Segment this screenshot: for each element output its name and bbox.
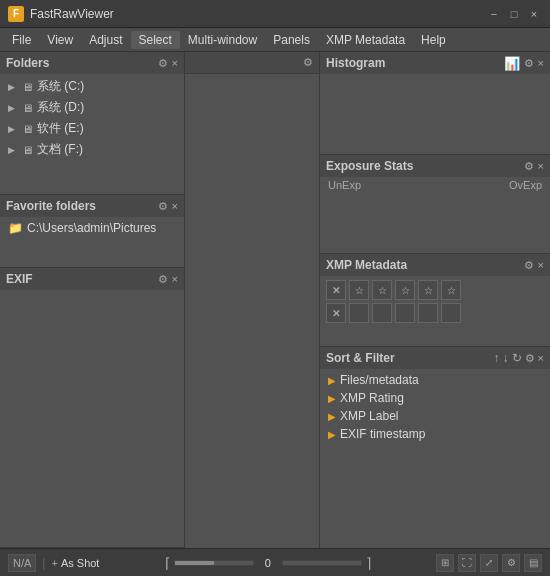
folders-header-icons (158, 57, 178, 70)
fav-close-icon[interactable] (172, 200, 178, 212)
app-title: FastRawViewer (30, 7, 114, 21)
status-asshot: + As Shot (51, 557, 99, 569)
histogram-close-icon[interactable] (538, 57, 544, 69)
status-number: 0 (258, 557, 278, 569)
folder-name-c: 系统 (C:) (37, 78, 84, 95)
sort-item-label[interactable]: ▶ XMP Label (320, 407, 550, 425)
sort-asc-icon[interactable]: ↑ (494, 351, 500, 365)
sort-item-files[interactable]: ▶ Files/metadata (320, 371, 550, 389)
xmp-cell-star1[interactable]: ☆ (349, 280, 369, 300)
fav-folder-icon: 📁 (8, 221, 23, 235)
maximize-button[interactable]: □ (506, 6, 522, 22)
folder-icon-d: 🖥 (22, 102, 33, 114)
fav-gear-icon[interactable] (158, 200, 168, 213)
xmp-row-2: ✕ (326, 303, 544, 323)
xmp-title: XMP Metadata (326, 258, 407, 272)
minimize-button[interactable]: − (486, 6, 502, 22)
close-button[interactable]: × (526, 6, 542, 22)
histogram-header: Histogram 📊 (320, 52, 550, 74)
exposure-title: Exposure Stats (326, 159, 413, 173)
folder-item-d[interactable]: 🖥 系统 (D:) (0, 97, 184, 118)
exif-gear-icon[interactable] (158, 273, 168, 286)
status-grid-btn[interactable]: ⊞ (436, 554, 454, 572)
xmp-cell-star4[interactable]: ☆ (418, 280, 438, 300)
main-layout: Folders 🖥 系统 (C:) 🖥 系统 (D:) (0, 52, 550, 548)
xmp-close-icon[interactable] (538, 259, 544, 271)
exposure-close-icon[interactable] (538, 160, 544, 172)
xmp-cell-x2[interactable]: ✕ (326, 303, 346, 323)
xmp-cell-b4[interactable] (418, 303, 438, 323)
folder-icon-f: 🖥 (22, 144, 33, 156)
right-panel: Histogram 📊 Exposure Stats UnExp O (320, 52, 550, 548)
menu-bar: File View Adjust Select Multi-window Pan… (0, 28, 550, 52)
folder-name-f: 文档 (F:) (37, 141, 83, 158)
histogram-gear-icon[interactable] (524, 57, 534, 70)
menu-view[interactable]: View (39, 31, 81, 49)
status-bar: N/A | + As Shot ⌈ 0 ⌉ ⊞ ⛶ ⤢ ⚙ ▤ (0, 548, 550, 576)
exposure-header-icons (524, 160, 544, 173)
folder-arrow-c (8, 82, 18, 92)
status-fit-btn[interactable]: ⛶ (458, 554, 476, 572)
left-panel: Folders 🖥 系统 (C:) 🖥 系统 (D:) (0, 52, 185, 548)
sort-refresh-icon[interactable]: ↻ (512, 351, 522, 365)
xmp-cell-x1[interactable]: ✕ (326, 280, 346, 300)
histogram-chart-icon[interactable]: 📊 (504, 56, 520, 71)
menu-xmp[interactable]: XMP Metadata (318, 31, 413, 49)
exposure-gear-icon[interactable] (524, 160, 534, 173)
sort-item-exif[interactable]: ▶ EXIF timestamp (320, 425, 550, 443)
favorite-folders-title: Favorite folders (6, 199, 96, 213)
status-asshot-label: As Shot (61, 557, 100, 569)
status-bracket-right[interactable]: ⌉ (366, 555, 371, 571)
sort-filter-content: ▶ Files/metadata ▶ XMP Rating ▶ XMP Labe… (320, 369, 550, 445)
xmp-cell-b5[interactable] (441, 303, 461, 323)
folder-icon-c: 🖥 (22, 81, 33, 93)
menu-help[interactable]: Help (413, 31, 454, 49)
xmp-cell-star5[interactable]: ☆ (441, 280, 461, 300)
status-middle: ⌈ 0 ⌉ (107, 555, 428, 571)
xmp-cell-star2[interactable]: ☆ (372, 280, 392, 300)
menu-select[interactable]: Select (131, 31, 180, 49)
exposure-content (320, 193, 550, 253)
unexposed-label: UnExp (328, 179, 361, 191)
sort-gear-icon[interactable] (525, 352, 535, 365)
xmp-gear-icon[interactable] (524, 259, 534, 272)
middle-gear-icon[interactable] (303, 56, 313, 69)
xmp-cell-b1[interactable] (349, 303, 369, 323)
menu-file[interactable]: File (4, 31, 39, 49)
exif-title: EXIF (6, 272, 33, 286)
status-expand-btn[interactable]: ⤢ (480, 554, 498, 572)
status-separator: | (42, 556, 45, 570)
menu-panels[interactable]: Panels (265, 31, 318, 49)
folder-arrow-e (8, 124, 18, 134)
menu-adjust[interactable]: Adjust (81, 31, 130, 49)
exif-header: EXIF (0, 268, 184, 290)
middle-panel-header (185, 52, 319, 74)
fav-item-pictures[interactable]: 📁 C:\Users\admin\Pictures (0, 219, 184, 237)
status-settings-btn[interactable]: ⚙ (502, 554, 520, 572)
menu-multiwindow[interactable]: Multi-window (180, 31, 265, 49)
histogram-section: Histogram 📊 (320, 52, 550, 155)
folder-name-d: 系统 (D:) (37, 99, 84, 116)
status-bracket-left[interactable]: ⌈ (165, 555, 170, 571)
folder-item-c[interactable]: 🖥 系统 (C:) (0, 76, 184, 97)
exif-section: EXIF (0, 268, 184, 548)
sort-desc-icon[interactable]: ↓ (503, 351, 509, 365)
sort-item-rating[interactable]: ▶ XMP Rating (320, 389, 550, 407)
folder-item-e[interactable]: 🖥 软件 (E:) (0, 118, 184, 139)
exif-close-icon[interactable] (172, 273, 178, 285)
xmp-row-1: ✕ ☆ ☆ ☆ ☆ ☆ (326, 280, 544, 300)
folder-item-f[interactable]: 🖥 文档 (F:) (0, 139, 184, 160)
sort-close-icon[interactable] (538, 352, 544, 364)
sort-item-label-arrow: ▶ (328, 411, 336, 422)
folders-close-icon[interactable] (172, 57, 178, 69)
folders-gear-icon[interactable] (158, 57, 168, 70)
xmp-cell-b2[interactable] (372, 303, 392, 323)
fav-header-icons (158, 200, 178, 213)
xmp-cell-star3[interactable]: ☆ (395, 280, 415, 300)
favorite-folders-header: Favorite folders (0, 195, 184, 217)
status-extra-btn[interactable]: ▤ (524, 554, 542, 572)
status-plus-icon: + (51, 557, 57, 569)
folder-arrow-f (8, 145, 18, 155)
folder-icon-e: 🖥 (22, 123, 33, 135)
xmp-cell-b3[interactable] (395, 303, 415, 323)
